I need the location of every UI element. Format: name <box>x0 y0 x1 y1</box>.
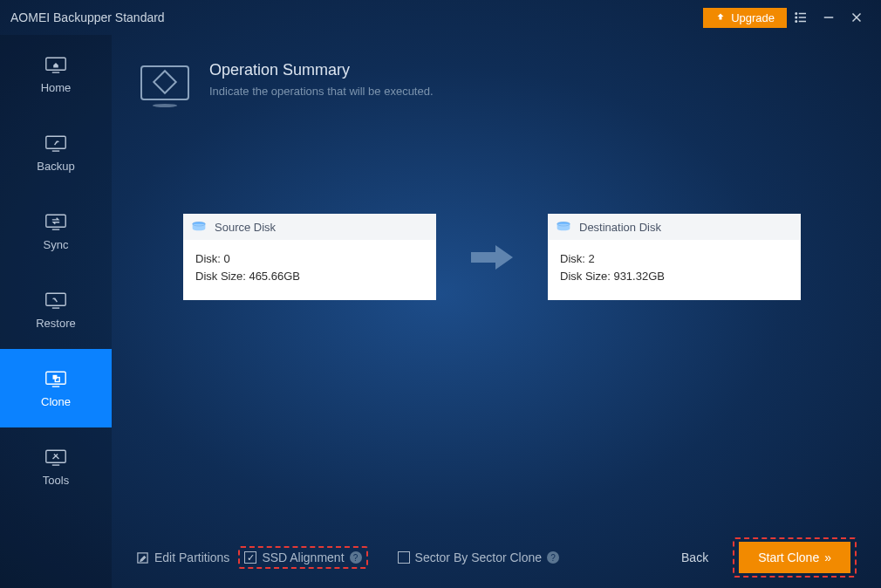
sidebar-item-sync[interactable]: Sync <box>0 192 112 270</box>
svg-point-24 <box>153 104 177 107</box>
close-icon[interactable] <box>843 3 871 31</box>
upgrade-label: Upgrade <box>731 11 775 24</box>
source-disk-card[interactable]: Source Disk Disk: 0 Disk Size: 465.66GB <box>183 214 436 300</box>
disk-icon <box>557 222 570 232</box>
ssd-alignment-label: SSD Alignment <box>262 550 344 564</box>
monitor-icon <box>138 61 192 109</box>
ssd-alignment-highlight: SSD Alignment ? <box>238 546 367 569</box>
source-disk-title: Source Disk <box>215 221 276 234</box>
ssd-alignment-checkbox[interactable]: SSD Alignment ? <box>244 550 361 564</box>
back-button[interactable]: Back <box>681 550 708 564</box>
edit-partitions-button[interactable]: Edit Partitions <box>136 550 229 564</box>
destination-disk-size: Disk Size: 931.32GB <box>560 268 789 285</box>
destination-disk-title: Destination Disk <box>579 221 661 234</box>
svg-point-2 <box>796 17 797 18</box>
sector-clone-label: Sector By Sector Clone <box>415 550 543 564</box>
sidebar-item-label: Backup <box>37 160 74 173</box>
help-icon[interactable]: ? <box>547 551 559 564</box>
destination-disk-number: Disk: 2 <box>560 250 789 268</box>
sidebar-item-label: Clone <box>41 395 71 408</box>
start-clone-highlight: Start Clone » <box>733 537 857 578</box>
checkbox-checked-icon <box>244 551 256 564</box>
svg-rect-25 <box>154 71 175 92</box>
checkbox-unchecked-icon <box>398 551 410 564</box>
sidebar-item-clone[interactable]: Clone <box>0 349 112 427</box>
sidebar-item-label: Sync <box>44 238 69 251</box>
sidebar: Home Backup Sync Restore Clone Tools <box>0 35 112 588</box>
sector-by-sector-checkbox[interactable]: Sector By Sector Clone ? <box>398 550 560 564</box>
arrow-icon <box>468 242 516 273</box>
source-disk-size: Disk Size: 465.66GB <box>195 268 424 285</box>
help-icon[interactable]: ? <box>350 551 362 564</box>
sidebar-item-tools[interactable]: Tools <box>0 427 112 506</box>
svg-point-4 <box>796 21 797 23</box>
page-subtitle: Indicate the operations that will be exe… <box>209 85 434 98</box>
app-title: AOMEI Backupper Standard <box>10 10 703 24</box>
destination-disk-card[interactable]: Destination Disk Disk: 2 Disk Size: 931.… <box>548 214 801 300</box>
sidebar-item-backup[interactable]: Backup <box>0 113 112 192</box>
sidebar-item-label: Restore <box>36 317 76 330</box>
sidebar-item-label: Tools <box>43 474 69 487</box>
svg-point-0 <box>796 13 797 15</box>
menu-icon[interactable] <box>787 3 815 31</box>
svg-rect-13 <box>46 215 65 227</box>
chevron-right-icon: » <box>824 550 831 564</box>
minimize-icon[interactable] <box>815 3 843 31</box>
start-clone-label: Start Clone <box>758 550 819 564</box>
source-disk-number: Disk: 0 <box>195 250 424 268</box>
page-title: Operation Summary <box>209 61 434 79</box>
edit-partitions-label: Edit Partitions <box>154 550 229 564</box>
disk-icon <box>192 222 206 232</box>
sidebar-item-label: Home <box>41 81 72 94</box>
upgrade-button[interactable]: Upgrade <box>703 8 787 28</box>
sidebar-item-home[interactable]: Home <box>0 35 112 113</box>
sidebar-item-restore[interactable]: Restore <box>0 270 112 349</box>
start-clone-button[interactable]: Start Clone » <box>739 542 850 573</box>
